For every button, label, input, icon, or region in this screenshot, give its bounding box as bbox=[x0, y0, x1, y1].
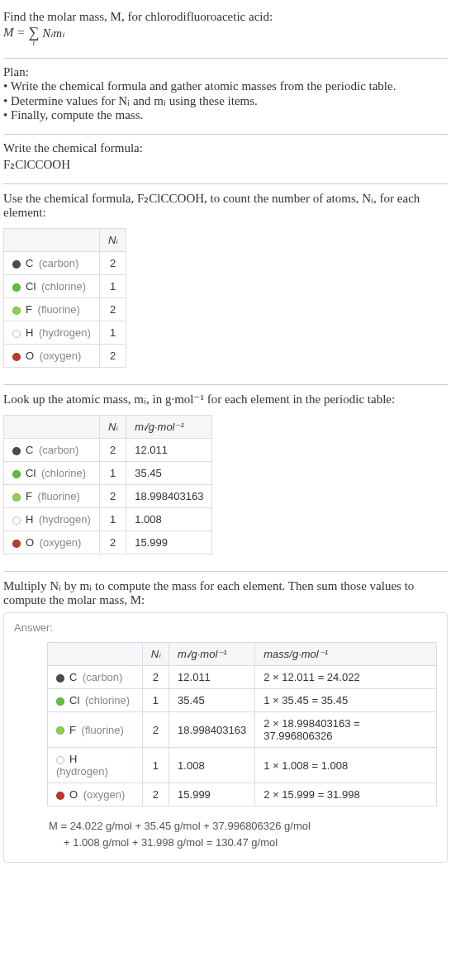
table-row: F (fluorine)2 bbox=[4, 298, 126, 321]
element-symbol: C bbox=[26, 257, 33, 269]
element-symbol: C bbox=[69, 671, 77, 683]
element-name: (hydrogen) bbox=[36, 513, 90, 526]
element-dot-icon bbox=[56, 792, 64, 800]
table-cell: 1 bbox=[99, 508, 126, 531]
element-cell: C (carbon) bbox=[4, 252, 100, 275]
element-cell: O (oxygen) bbox=[4, 531, 100, 554]
table-header-row: Nᵢ mᵢ/g·mol⁻¹ bbox=[4, 416, 212, 439]
element-name: (oxygen) bbox=[36, 350, 81, 362]
table-cell: 1 bbox=[99, 275, 126, 298]
element-cell: C (carbon) bbox=[4, 439, 100, 462]
element-dot-icon bbox=[12, 330, 21, 338]
table-header-row: Nᵢ bbox=[4, 229, 126, 252]
step-chemical-formula: Write the chemical formula: F₂ClCCOOH bbox=[3, 138, 448, 180]
element-dot-icon bbox=[12, 260, 21, 269]
table-cell: 18.998403163 bbox=[126, 485, 212, 508]
table-row: H (hydrogen)11.008 bbox=[4, 508, 212, 531]
table-header-empty bbox=[4, 229, 100, 252]
table-cell: 2 bbox=[99, 531, 126, 554]
table-header-row: Nᵢ mᵢ/g·mol⁻¹ mass/g·mol⁻¹ bbox=[48, 643, 437, 666]
table-cell: 2 bbox=[99, 345, 126, 368]
element-symbol: O bbox=[26, 350, 34, 362]
final-line1: M = 24.022 g/mol + 35.45 g/mol + 37.9968… bbox=[49, 820, 311, 832]
divider bbox=[3, 384, 448, 385]
element-cell: C (carbon) bbox=[48, 666, 143, 689]
step-compute-mass: Multiply Nᵢ by mᵢ to compute the mass fo… bbox=[3, 575, 448, 871]
element-symbol: Cl bbox=[26, 280, 36, 293]
table-row: Cl (chlorine)135.45 bbox=[4, 462, 212, 485]
step3-title: Look up the atomic mass, mᵢ, in g·mol⁻¹ … bbox=[3, 392, 448, 407]
element-symbol: H bbox=[69, 753, 77, 765]
answer-box: Answer: Nᵢ mᵢ/g·mol⁻¹ mass/g·mol⁻¹ C (ca… bbox=[3, 612, 448, 863]
plan-item: • Finally, compute the mass. bbox=[3, 108, 448, 122]
element-dot-icon bbox=[12, 493, 21, 502]
intro-formula: M = ∑ i Nᵢmᵢ bbox=[3, 26, 448, 46]
table-cell: 2 bbox=[142, 783, 169, 806]
element-dot-icon bbox=[12, 540, 21, 548]
intro-section: Find the molar mass, M, for chlorodifluo… bbox=[3, 7, 448, 55]
table-cell: 12.011 bbox=[126, 439, 212, 462]
intro-line: Find the molar mass, M, for chlorodifluo… bbox=[3, 10, 448, 24]
step1-title: Write the chemical formula: bbox=[3, 141, 448, 155]
plan-section: Plan: • Write the chemical formula and g… bbox=[3, 62, 448, 131]
element-name: (chlorine) bbox=[38, 280, 86, 293]
table-cell: 15.999 bbox=[126, 531, 212, 554]
table-cell: 1 bbox=[142, 689, 169, 712]
table-row: F (fluorine)218.998403163 bbox=[4, 485, 212, 508]
element-name: (chlorine) bbox=[82, 694, 130, 706]
table-cell: 2 bbox=[99, 439, 126, 462]
element-dot-icon bbox=[12, 283, 21, 292]
element-symbol: O bbox=[69, 788, 78, 801]
step2-title: Use the chemical formula, F₂ClCCOOH, to … bbox=[3, 191, 448, 220]
element-symbol: Cl bbox=[69, 694, 79, 706]
element-cell: F (fluorine) bbox=[48, 712, 143, 748]
element-cell: H (hydrogen) bbox=[48, 748, 143, 783]
atomic-mass-table: Nᵢ mᵢ/g·mol⁻¹ C (carbon)212.011Cl (chlor… bbox=[3, 415, 212, 554]
formula-rhs: Nᵢmᵢ bbox=[42, 26, 64, 40]
element-cell: O (oxygen) bbox=[48, 783, 143, 806]
answer-content: Nᵢ mᵢ/g·mol⁻¹ mass/g·mol⁻¹ C (carbon)212… bbox=[14, 642, 437, 850]
element-name: (carbon) bbox=[79, 671, 122, 683]
table-header-mi: mᵢ/g·mol⁻¹ bbox=[169, 643, 255, 666]
table-row: Cl (chlorine)135.451 × 35.45 = 35.45 bbox=[48, 689, 437, 712]
element-symbol: O bbox=[26, 536, 34, 549]
table-cell: 2 bbox=[99, 298, 126, 321]
table-row: Cl (chlorine)1 bbox=[4, 275, 126, 298]
answer-label: Answer: bbox=[14, 621, 437, 634]
element-cell: Cl (chlorine) bbox=[4, 462, 100, 485]
element-name: (oxygen) bbox=[80, 788, 125, 801]
table-row: F (fluorine)218.9984031632 × 18.99840316… bbox=[48, 712, 437, 748]
element-name: (carbon) bbox=[36, 257, 78, 269]
table-row: H (hydrogen)1 bbox=[4, 321, 126, 345]
element-symbol: F bbox=[69, 724, 76, 736]
element-cell: F (fluorine) bbox=[4, 298, 100, 321]
table-cell: 1 × 35.45 = 35.45 bbox=[255, 689, 437, 712]
chemical-formula: F₂ClCCOOH bbox=[3, 157, 448, 172]
table-cell: 2 bbox=[142, 666, 169, 689]
table-row: O (oxygen)215.999 bbox=[4, 531, 212, 554]
element-cell: H (hydrogen) bbox=[4, 508, 100, 531]
table-cell: 1.008 bbox=[126, 508, 212, 531]
element-symbol: F bbox=[26, 303, 32, 316]
table-cell: 1 bbox=[142, 748, 169, 783]
element-cell: H (hydrogen) bbox=[4, 321, 100, 345]
table-row: C (carbon)2 bbox=[4, 252, 126, 275]
element-symbol: H bbox=[26, 326, 33, 339]
divider bbox=[3, 58, 448, 59]
table-row: C (carbon)212.0112 × 12.011 = 24.022 bbox=[48, 666, 437, 689]
element-symbol: F bbox=[26, 490, 32, 502]
table-cell: 15.999 bbox=[169, 783, 255, 806]
table-cell: 2 bbox=[142, 712, 169, 748]
table-cell: 2 bbox=[99, 252, 126, 275]
element-name: (fluorine) bbox=[35, 490, 80, 502]
divider bbox=[3, 183, 448, 184]
table-header-empty bbox=[4, 416, 100, 439]
element-name: (oxygen) bbox=[36, 536, 81, 549]
plan-title: Plan: bbox=[3, 65, 448, 79]
table-cell: 1 bbox=[99, 462, 126, 485]
element-dot-icon bbox=[12, 447, 21, 455]
element-dot-icon bbox=[56, 756, 64, 764]
table-cell: 2 × 12.011 = 24.022 bbox=[255, 666, 437, 689]
table-header-ni: Nᵢ bbox=[99, 416, 126, 439]
plan-item: • Determine values for Nᵢ and mᵢ using t… bbox=[3, 93, 448, 108]
